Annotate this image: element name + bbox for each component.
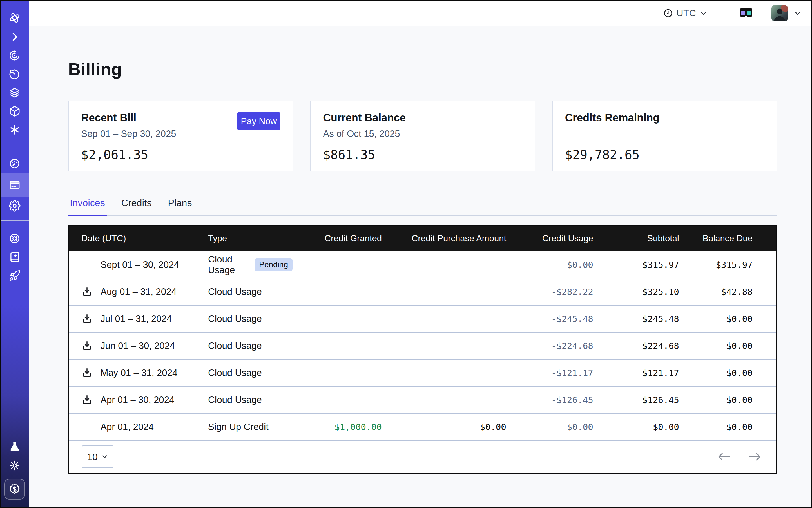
main-column: UTC Billing — [29, 1, 811, 507]
dollar-badge-button[interactable] — [4, 479, 25, 500]
radar-eye-icon[interactable] — [1, 46, 29, 65]
cube-icon[interactable] — [1, 102, 29, 121]
book-sparkle-icon[interactable] — [1, 248, 29, 266]
current-balance-card: Current Balance As of Oct 15, 2025 $861.… — [310, 100, 535, 171]
subtotal: $0.00 — [593, 422, 679, 432]
download-slot — [81, 286, 100, 297]
orbit-logo-icon[interactable] — [1, 8, 29, 28]
invoice-type: Cloud Usage — [208, 368, 262, 378]
next-page-arrow-icon[interactable] — [749, 451, 762, 462]
timer-icon[interactable] — [1, 65, 29, 83]
balance-due: $0.00 — [679, 341, 753, 351]
chevron-down-icon — [101, 453, 109, 460]
page-title: Billing — [68, 59, 777, 79]
invoices-table: Date (UTC) Type Credit Granted Credit Pu… — [68, 225, 777, 474]
credit-usage: $0.00 — [506, 422, 593, 432]
asterisk-icon[interactable] — [1, 121, 29, 139]
table-row: Apr 01, 2024 Sign Up Credit $1,000.00 $0… — [69, 413, 776, 440]
invoice-type: Cloud Usage — [208, 254, 249, 276]
app-window: UTC Billing — [0, 0, 812, 508]
flask-icon[interactable] — [1, 437, 29, 456]
balance-due: $0.00 — [679, 395, 753, 405]
credit-purchase-amount: $0.00 — [382, 422, 506, 432]
invoice-date: Jul 01 – 31, 2024 — [100, 313, 172, 324]
download-slot — [81, 367, 100, 378]
card-title: Current Balance — [323, 112, 522, 124]
column-header-credit-granted: Credit Granted — [293, 234, 382, 244]
sidebar-item-billing[interactable] — [1, 173, 29, 197]
sun-icon[interactable] — [1, 456, 29, 475]
invoice-date: Apr 01 – 30, 2024 — [100, 394, 174, 405]
subtotal: $224.68 — [593, 341, 679, 351]
topbar: UTC — [29, 1, 811, 27]
download-slot — [81, 313, 100, 325]
pagination-controls — [717, 451, 762, 462]
3d-glasses-button[interactable] — [739, 8, 754, 19]
column-header-balance-due: Balance Due — [679, 234, 753, 244]
credit-granted: $1,000.00 — [293, 422, 382, 432]
sidebar-divider — [1, 220, 29, 221]
layers-icon[interactable] — [1, 83, 29, 102]
column-header-date: Date (UTC) — [81, 234, 208, 244]
invoice-type: Cloud Usage — [208, 340, 262, 351]
column-header-subtotal: Subtotal — [593, 234, 679, 244]
balance-due: $0.00 — [679, 314, 753, 324]
download-icon[interactable] — [81, 340, 93, 351]
previous-page-arrow-icon[interactable] — [717, 451, 730, 462]
account-menu-chevron-icon[interactable] — [794, 9, 802, 17]
card-subtitle: Sep 01 – Sep 30, 2025 — [81, 128, 280, 140]
table-row: May 01 – 31, 2024 Cloud Usage -$121.17 $… — [69, 359, 776, 386]
credit-usage: -$224.68 — [506, 341, 593, 351]
invoice-type: Cloud Usage — [208, 394, 262, 405]
timezone-selector[interactable]: UTC — [663, 8, 708, 18]
clock-icon — [663, 8, 673, 18]
card-amount: $861.35 — [323, 147, 522, 162]
chevron-right-icon[interactable] — [1, 28, 29, 46]
download-icon[interactable] — [81, 367, 93, 378]
subtotal: $315.97 — [593, 260, 679, 270]
lifebuoy-icon[interactable] — [1, 229, 29, 248]
column-header-credit-usage: Credit Usage — [506, 234, 593, 244]
subtotal: $126.45 — [593, 395, 679, 405]
summary-cards: Recent Bill Sep 01 – Sep 30, 2025 $2,061… — [68, 100, 777, 171]
pay-now-button[interactable]: Pay Now — [237, 112, 280, 130]
page-size-value: 10 — [87, 452, 98, 462]
billing-page: Billing Recent Bill Sep 01 – Sep 30, 202… — [29, 27, 811, 507]
invoice-date: Jun 01 – 30, 2024 — [100, 340, 175, 351]
table-row: Aug 01 – 31, 2024 Cloud Usage -$282.22 $… — [69, 278, 776, 305]
page-size-select[interactable]: 10 — [82, 446, 114, 468]
status-badge: Pending — [255, 258, 293, 271]
billing-card-icon — [9, 179, 20, 190]
column-header-type: Type — [208, 234, 293, 244]
table-header: Date (UTC) Type Credit Granted Credit Pu… — [69, 226, 776, 251]
timezone-label: UTC — [677, 8, 696, 18]
subtotal: $325.10 — [593, 287, 679, 297]
invoice-type: Cloud Usage — [208, 313, 262, 324]
credit-usage: -$282.22 — [506, 287, 593, 297]
card-title: Credits Remaining — [565, 112, 764, 124]
download-icon[interactable] — [81, 286, 93, 297]
gauge-icon[interactable] — [1, 154, 29, 173]
card-amount: $2,061.35 — [81, 147, 280, 162]
credit-usage: -$245.48 — [506, 314, 593, 324]
gear-icon[interactable] — [1, 197, 29, 215]
tab-credits[interactable]: Credits — [120, 198, 154, 215]
card-subtitle — [565, 128, 764, 140]
rocket-icon[interactable] — [1, 266, 29, 285]
download-icon[interactable] — [81, 313, 93, 325]
tab-invoices[interactable]: Invoices — [68, 198, 107, 215]
balance-due: $42.88 — [679, 287, 753, 297]
3d-glasses-icon — [739, 8, 754, 19]
credit-usage: -$126.45 — [506, 395, 593, 405]
balance-due: $0.00 — [679, 422, 753, 432]
balance-due: $315.97 — [679, 260, 753, 270]
download-icon[interactable] — [81, 394, 93, 406]
tab-plans[interactable]: Plans — [166, 198, 194, 215]
user-avatar[interactable] — [771, 5, 788, 22]
chevron-down-icon — [699, 9, 708, 17]
subtotal: $245.48 — [593, 314, 679, 324]
invoice-type: Sign Up Credit — [208, 422, 269, 432]
column-header-credit-purchase-amount: Credit Purchase Amount — [382, 234, 506, 244]
card-subtitle: As of Oct 15, 2025 — [323, 128, 522, 140]
table-row: Sept 01 – 30, 2024 Cloud UsagePending $0… — [69, 251, 776, 278]
